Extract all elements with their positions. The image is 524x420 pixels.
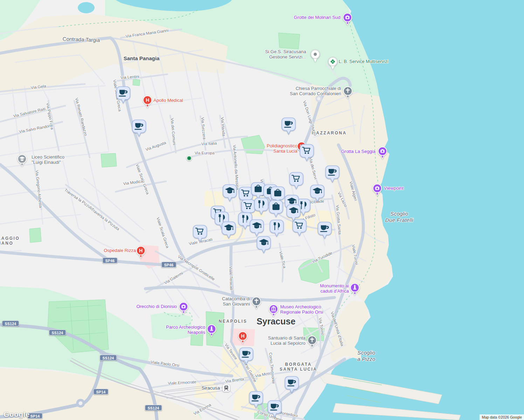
school-pin[interactable] xyxy=(256,236,271,254)
coffee-pin[interactable] xyxy=(248,391,264,409)
coffee-pin[interactable] xyxy=(325,165,340,183)
coffee-pin[interactable] xyxy=(281,117,296,135)
coffee-pin[interactable] xyxy=(239,347,254,365)
school-pin[interactable] xyxy=(310,184,325,203)
bag-pin[interactable] xyxy=(268,200,284,218)
cart-pin[interactable] xyxy=(289,172,304,190)
school-pin[interactable] xyxy=(249,219,264,237)
map-attribution: Map data ©2026 Google xyxy=(480,414,524,420)
school-pin[interactable] xyxy=(286,204,301,222)
cart-pin[interactable] xyxy=(299,144,315,162)
food-pin[interactable] xyxy=(269,219,284,238)
coffee-pin[interactable] xyxy=(267,400,282,418)
food-pin[interactable] xyxy=(254,197,269,216)
map-viewport[interactable]: Contrada TargiaSanta PanagiaMAZZARONASyr… xyxy=(0,0,524,420)
google-logo[interactable]: Google xyxy=(4,410,30,419)
coffee-pin[interactable] xyxy=(131,119,147,138)
school-pin[interactable] xyxy=(222,184,237,202)
coffee-pin[interactable] xyxy=(284,376,299,394)
poi-pins-layer xyxy=(0,0,524,420)
school-pin[interactable] xyxy=(221,221,236,239)
cart-pin[interactable] xyxy=(192,224,208,243)
coffee-pin[interactable] xyxy=(116,86,131,104)
coffee-pin[interactable] xyxy=(317,221,332,240)
